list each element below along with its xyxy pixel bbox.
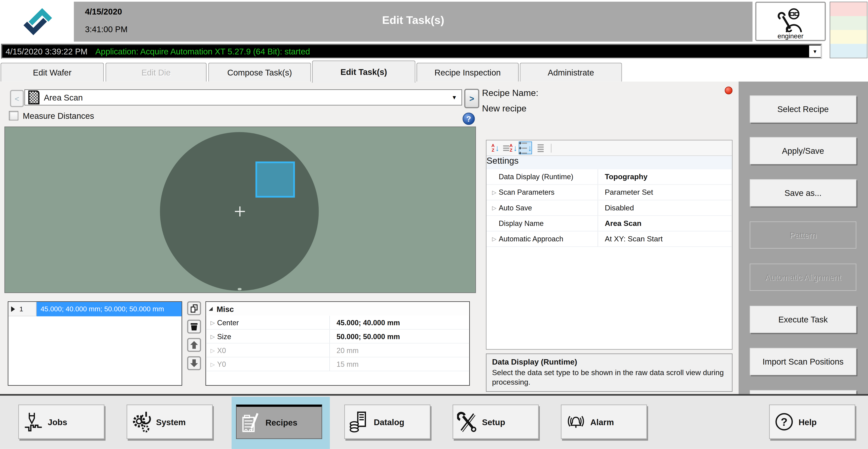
notebook-pencil-icon: [241, 411, 261, 434]
scan-position-list[interactable]: 1 45.000; 40.000 mm; 50.000; 50.000 mm: [8, 301, 182, 386]
nav-label: Jobs: [48, 417, 67, 426]
task-prev-button[interactable]: <: [10, 90, 24, 107]
sort-alphabetical-categorized-icon[interactable]: AZ↓: [504, 141, 517, 154]
property-grid-toolbar: AZ↓ AZ↓ + + + ↓: [487, 140, 732, 156]
task-type-combobox[interactable]: Area Scan ▼: [25, 89, 462, 105]
recipe-name-label: Recipe Name:: [482, 88, 538, 98]
apply-save-button[interactable]: Apply/Save: [750, 137, 856, 164]
legend-blue: [830, 44, 867, 58]
acquire-automation-window: 4/15/2020 3:41:00 PM Edit Task(s) engine…: [0, 0, 868, 449]
expander-icon[interactable]: ▷: [490, 189, 499, 195]
toolbar-separator: [551, 143, 552, 152]
save-as-button[interactable]: Save as...: [750, 179, 856, 206]
setting-value[interactable]: Disabled: [598, 204, 634, 212]
setting-row-data-display[interactable]: Data Display (Runtime) Topography: [487, 169, 732, 185]
property-label: Size: [217, 332, 231, 341]
copy-position-button[interactable]: [187, 301, 201, 315]
nav-help-button[interactable]: ? Help: [769, 405, 855, 439]
select-recipe-button[interactable]: Select Recipe: [750, 95, 856, 123]
expander-icon[interactable]: ▷: [490, 236, 499, 242]
user-engineer-button[interactable]: engineer: [755, 2, 826, 41]
setting-row-scan-parameters[interactable]: ▷ Scan Parameters Parameter Set: [487, 185, 732, 200]
help-question-icon[interactable]: ?: [463, 113, 475, 125]
database-server-icon: [349, 410, 370, 433]
tab-edit-wafer[interactable]: Edit Wafer: [1, 63, 104, 82]
bottom-navigation-bar: Jobs System: [0, 396, 868, 449]
status-timestamp: 4/15/2020 3:39:22 PM: [6, 47, 88, 56]
nav-alarm-button[interactable]: Alarm: [561, 405, 647, 439]
measure-distances-row: Measure Distances: [9, 111, 94, 120]
measure-distances-checkbox[interactable]: [9, 111, 18, 120]
nav-label: System: [156, 417, 186, 426]
expander-icon[interactable]: ▷: [208, 361, 217, 367]
setting-value[interactable]: At XY: Scan Start: [598, 235, 663, 243]
sort-alphabetical-icon[interactable]: AZ↓: [489, 141, 502, 154]
expander-icon[interactable]: ▷: [490, 205, 499, 211]
tab-recipe-inspection[interactable]: Recipe Inspection: [416, 63, 519, 82]
misc-property-grid[interactable]: Misc ▷ Center 45.000; 40.000 mm ▷ Size 5…: [206, 301, 470, 386]
tab-compose-tasks[interactable]: Compose Task(s): [208, 63, 311, 82]
property-value[interactable]: 45.000; 40.000 mm: [330, 318, 400, 327]
wafer-map-view[interactable]: [4, 127, 476, 293]
nav-jobs-button[interactable]: Jobs: [18, 405, 104, 439]
status-log-bar[interactable]: 4/15/2020 3:39:22 PM Application: Acquir…: [1, 44, 822, 59]
arrow-down-icon: [189, 358, 199, 368]
nav-label: Datalog: [374, 417, 404, 426]
property-value: 20 mm: [330, 346, 359, 354]
settings-category-header[interactable]: Settings: [487, 156, 732, 169]
property-value[interactable]: 50.000; 50.000 mm: [330, 332, 400, 341]
property-row-center[interactable]: ▷ Center 45.000; 40.000 mm: [206, 316, 469, 330]
task-next-button[interactable]: >: [464, 89, 479, 108]
tab-administrate[interactable]: Administrate: [520, 63, 622, 82]
property-label: X0: [217, 346, 226, 354]
setting-row-display-name[interactable]: Display Name Area Scan: [487, 216, 732, 231]
property-row-y0[interactable]: ▷ Y0 15 mm: [206, 357, 469, 371]
gears-power-icon: [131, 410, 152, 433]
status-dropdown-arrow-icon[interactable]: ▼: [809, 45, 821, 57]
execute-task-button[interactable]: Execute Task: [750, 306, 856, 333]
delete-position-button[interactable]: [187, 320, 201, 333]
misc-category-header[interactable]: Misc: [206, 302, 469, 316]
nav-system-button[interactable]: System: [127, 405, 213, 439]
scan-position-row[interactable]: 1 45.000; 40.000 mm; 50.000; 50.000 mm: [8, 302, 182, 317]
settings-rows: Settings Data Display (Runtime) Topograp…: [487, 156, 732, 247]
plain-list-icon[interactable]: [534, 141, 547, 154]
setting-value[interactable]: Parameter Set: [598, 188, 653, 196]
expander-icon[interactable]: ▷: [208, 333, 217, 339]
setting-row-auto-save[interactable]: ▷ Auto Save Disabled: [487, 200, 732, 216]
nav-datalog-button[interactable]: Datalog: [344, 405, 430, 439]
setting-label: Data Display (Runtime): [499, 173, 573, 181]
move-up-button[interactable]: [187, 338, 201, 352]
import-scan-positions-button[interactable]: Import Scan Positions: [750, 348, 856, 375]
edit-tasks-page: < Area Scan ▼ > Measure Distances ? 1: [0, 82, 868, 394]
expander-icon[interactable]: ▷: [208, 347, 217, 353]
copy-icon: [189, 303, 199, 313]
question-mark-icon: ?: [774, 411, 795, 433]
row-pointer-icon: [11, 306, 15, 312]
alarm-bell-icon: [565, 410, 587, 433]
probe-signal-icon: [23, 411, 43, 433]
nav-recipes-button[interactable]: Recipes: [236, 405, 322, 439]
expander-icon[interactable]: ▷: [208, 319, 217, 326]
property-label: Y0: [217, 360, 226, 368]
property-row-size[interactable]: ▷ Size 50.000; 50.000 mm: [206, 330, 469, 344]
recipe-action-panel: Select Recipe Apply/Save Save as... Patt…: [739, 82, 868, 394]
property-description-box: Data Display (Runtime) Select the data s…: [486, 353, 733, 392]
move-down-button[interactable]: [187, 356, 201, 370]
tab-edit-tasks[interactable]: Edit Task(s): [312, 60, 415, 83]
status-message: Application: Acquire Automation XT 5.27.…: [95, 47, 310, 56]
trash-icon: [189, 322, 199, 331]
property-row-x0[interactable]: ▷ X0 20 mm: [206, 344, 469, 357]
nav-setup-button[interactable]: Setup: [453, 405, 539, 439]
nav-label: Help: [799, 417, 817, 426]
scan-area-rect[interactable]: [255, 162, 295, 198]
setting-value[interactable]: Topography: [598, 173, 648, 181]
setting-value[interactable]: Area Scan: [598, 219, 641, 227]
nav-label: Setup: [482, 417, 505, 426]
scan-task-icon: [28, 90, 39, 104]
user-button-label: engineer: [778, 32, 804, 40]
svg-text:?: ?: [781, 416, 787, 428]
categorized-view-icon[interactable]: + + + ↓: [519, 141, 532, 154]
setting-row-automatic-approach[interactable]: ▷ Automatic Approach At XY: Scan Start: [487, 231, 732, 247]
bottom-divider: [0, 394, 868, 395]
